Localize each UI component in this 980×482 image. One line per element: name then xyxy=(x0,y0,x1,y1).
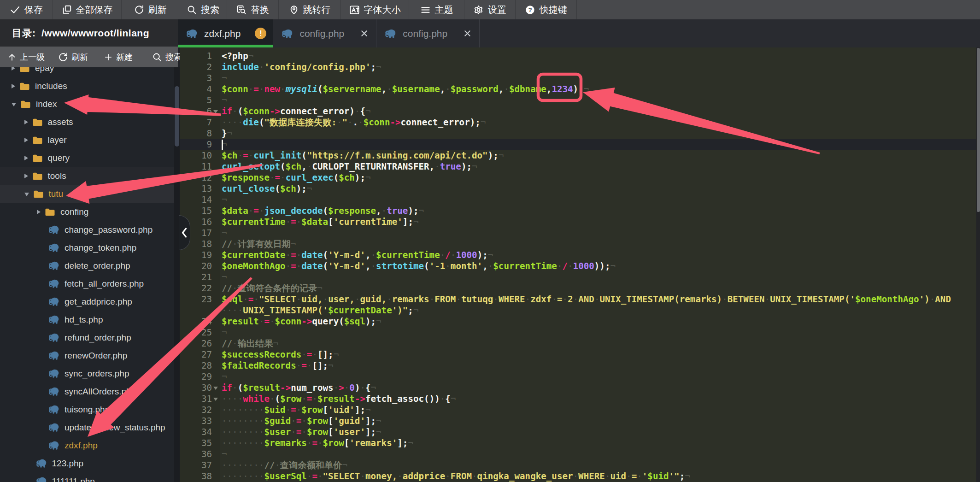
tree-folder-tutu[interactable]: tutu xyxy=(0,185,174,203)
caret-expanded-icon[interactable] xyxy=(24,193,29,196)
caret-collapsed-icon[interactable] xyxy=(24,120,28,124)
tree-folder-assets[interactable]: assets xyxy=(0,113,174,131)
caret-collapsed-icon[interactable] xyxy=(24,174,28,178)
php-file-icon xyxy=(48,387,59,396)
caret-collapsed-icon[interactable] xyxy=(12,67,15,71)
code-line-9: 9¬ xyxy=(180,139,980,150)
tree-file-tuisong.php[interactable]: tuisong.php xyxy=(0,400,174,418)
toolbar-button-settings[interactable]: 设置 xyxy=(464,0,516,19)
code-line-12: 12$response·=·curl_exec($ch);¬ xyxy=(180,172,980,183)
caret-collapsed-icon[interactable] xyxy=(12,84,15,88)
toolbar-button-goto-line[interactable]: 跳转行 xyxy=(279,0,341,19)
php-file-icon xyxy=(48,351,59,360)
tree-folder-query[interactable]: query xyxy=(0,149,174,167)
fold-marker-icon[interactable] xyxy=(213,387,218,390)
tree-folder-tools[interactable]: tools xyxy=(0,167,174,185)
toolbar-button-label: 主题 xyxy=(435,4,453,16)
code-line-29: 29¬ xyxy=(180,371,980,382)
toolbar-button-label: 保存 xyxy=(24,4,43,16)
gear-icon xyxy=(473,5,484,15)
tree-item-label: confing xyxy=(60,203,88,221)
toolbar-button-refresh[interactable]: 刷新 xyxy=(122,0,179,19)
line-number: 2 xyxy=(180,62,212,73)
caret-collapsed-icon[interactable] xyxy=(37,210,41,214)
line-number: 21 xyxy=(180,272,212,283)
code-line-28: 28$failedRecords·=·[];¬ xyxy=(180,360,980,371)
php-file-icon xyxy=(385,29,396,39)
refresh-icon xyxy=(58,52,68,62)
directory-bar: 目录: /www/wwwroot/linlang xyxy=(0,19,178,47)
sidebar-toolbar-button-up[interactable]: 上一级 xyxy=(7,47,45,67)
tree-file-zdxf.php[interactable]: zdxf.php xyxy=(0,436,174,454)
file-tree-scrollbar-thumb[interactable] xyxy=(175,86,179,147)
sidebar-toolbar-button-search[interactable]: 搜索 xyxy=(152,47,182,67)
caret-expanded-icon[interactable] xyxy=(12,103,16,106)
toolbar-button-search[interactable]: 搜索 xyxy=(179,0,227,19)
folder-icon xyxy=(20,100,31,109)
tree-file-111111.php[interactable]: 111111.php xyxy=(0,472,174,482)
line-number: 26 xyxy=(180,338,212,349)
php-file-icon xyxy=(36,476,47,482)
toolbar-button-replace[interactable]: 替换 xyxy=(227,0,279,19)
line-number: 4 xyxy=(180,84,212,95)
tree-item-label: update_renew_status.php xyxy=(65,418,165,436)
caret-collapsed-icon[interactable] xyxy=(24,156,28,160)
tree-file-hd_ts.php[interactable]: hd_ts.php xyxy=(0,311,174,329)
tree-item-label: 123.php xyxy=(52,454,84,472)
fold-marker-icon[interactable] xyxy=(213,398,218,401)
toolbar-button-save-all[interactable]: 全部保存 xyxy=(53,0,122,19)
tree-file-fetch_all_orders.php[interactable]: fetch_all_orders.php xyxy=(0,275,174,293)
refresh-icon xyxy=(134,5,144,15)
tab-close-button[interactable] xyxy=(359,29,369,38)
tree-file-change_password.php[interactable]: change_password.php xyxy=(0,221,174,239)
toolbar-button-save[interactable]: 保存 xyxy=(0,0,53,19)
tree-file-delete_order.php[interactable]: delete_order.php xyxy=(0,257,174,275)
help-icon: ? xyxy=(525,5,535,15)
line-number: 7 xyxy=(180,117,212,128)
tree-file-sync_orders.php[interactable]: sync_orders.php xyxy=(0,364,174,382)
tree-item-label: get_addprice.php xyxy=(65,293,132,311)
tab-config.php-2[interactable]: config.php xyxy=(376,19,480,47)
line-number: 13 xyxy=(180,183,212,194)
tab-zdxf.php-0[interactable]: zdxf.php! xyxy=(178,19,273,47)
editor-scrollbar-thumb[interactable] xyxy=(977,48,980,212)
toolbar-button-font-size[interactable]: 字体大小 xyxy=(341,0,409,19)
sidebar-toolbar-button-new[interactable]: 新建 xyxy=(104,47,133,67)
line-number: 28 xyxy=(180,360,212,371)
tree-item-label: delete_order.php xyxy=(65,257,130,275)
tree-folder-epay[interactable]: epay xyxy=(0,67,174,77)
tree-file-refund_order.php[interactable]: refund_order.php xyxy=(0,329,174,347)
toolbar-button-shortcuts[interactable]: ?快捷键 xyxy=(516,0,577,19)
toolbar-button-label: 快捷键 xyxy=(540,4,567,16)
tree-file-123.php[interactable]: 123.php xyxy=(0,454,174,472)
font-size-icon xyxy=(349,5,360,15)
tree-folder-index[interactable]: index xyxy=(0,95,174,113)
fold-marker-icon[interactable] xyxy=(213,110,218,113)
tree-item-label: hd_ts.php xyxy=(65,311,103,329)
sidebar-toolbar-button-refresh[interactable]: 刷新 xyxy=(58,47,88,67)
tree-folder-layer[interactable]: layer xyxy=(0,131,174,149)
caret-collapsed-icon[interactable] xyxy=(24,138,28,142)
editor-scrollbar[interactable] xyxy=(976,47,980,482)
php-file-icon xyxy=(48,333,59,342)
code-line-36: 36¬ xyxy=(180,449,980,460)
line-number: 35 xyxy=(180,438,212,449)
toolbar-button-label: 字体大小 xyxy=(364,4,401,16)
tree-item-label: refund_order.php xyxy=(65,329,131,347)
tree-file-syncAllOrders.php[interactable]: syncAllOrders.php xyxy=(0,382,174,400)
tree-file-update_renew_status.php[interactable]: update_renew_status.php xyxy=(0,418,174,436)
toolbar-button-theme[interactable]: 主题 xyxy=(409,0,464,19)
tree-file-get_addprice.php[interactable]: get_addprice.php xyxy=(0,293,174,311)
tab-config.php-1[interactable]: config.php xyxy=(273,19,376,47)
tree-item-label: index xyxy=(36,95,57,113)
code-editor[interactable]: 1<?php¬2include·'confing/config.php';¬3¬… xyxy=(180,47,980,482)
tree-folder-includes[interactable]: includes xyxy=(0,77,174,95)
tab-close-button[interactable] xyxy=(463,29,472,38)
file-tree-scrollbar[interactable] xyxy=(174,67,180,482)
tree-file-renewOrder.php[interactable]: renewOrder.php xyxy=(0,347,174,364)
tab-bar: zdxf.php!config.phpconfig.php xyxy=(178,19,980,47)
tree-folder-confing[interactable]: confing xyxy=(0,203,174,221)
tree-file-change_token.php[interactable]: change_token.php xyxy=(0,239,174,257)
line-number: 9 xyxy=(180,139,212,150)
directory-label: 目录: xyxy=(12,27,36,40)
